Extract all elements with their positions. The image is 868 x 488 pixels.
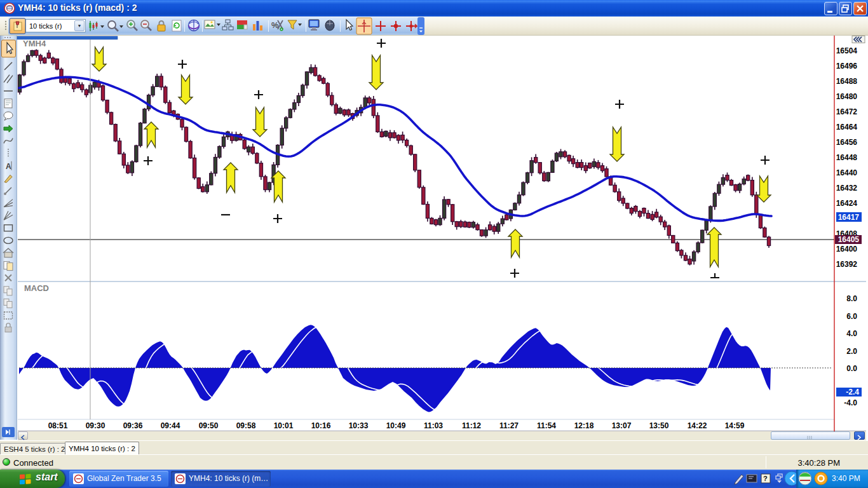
svg-text:6.0: 6.0 <box>846 312 857 321</box>
svg-text:09:58: 09:58 <box>236 421 256 430</box>
svg-text:13:50: 13:50 <box>649 421 669 430</box>
svg-text:16432: 16432 <box>836 184 858 193</box>
svg-text:-4.0: -4.0 <box>844 398 857 407</box>
svg-text:12:18: 12:18 <box>574 421 594 430</box>
svg-text:0.0: 0.0 <box>846 364 857 373</box>
svg-text:09:30: 09:30 <box>86 421 105 430</box>
svg-text:16440: 16440 <box>836 168 858 177</box>
svg-text:16417: 16417 <box>838 213 860 222</box>
svg-text:14:22: 14:22 <box>688 421 707 430</box>
svg-text:10:01: 10:01 <box>274 421 294 430</box>
svg-text:09:36: 09:36 <box>123 421 143 430</box>
svg-text:14:59: 14:59 <box>725 421 745 430</box>
svg-text:16405: 16405 <box>838 235 860 244</box>
svg-text:16456: 16456 <box>836 138 858 147</box>
svg-text:08:51: 08:51 <box>48 421 68 430</box>
svg-text:11:27: 11:27 <box>499 421 519 430</box>
svg-text:16488: 16488 <box>836 77 858 86</box>
svg-text:2.0: 2.0 <box>846 347 857 356</box>
svg-text:16480: 16480 <box>836 92 858 101</box>
svg-text:16504: 16504 <box>836 46 858 55</box>
svg-text:16424: 16424 <box>836 199 858 208</box>
svg-text:16464: 16464 <box>836 123 858 132</box>
svg-text:YMH4: YMH4 <box>23 39 46 48</box>
svg-text:11:54: 11:54 <box>537 421 556 430</box>
svg-text:16496: 16496 <box>836 62 858 71</box>
svg-text:11:12: 11:12 <box>462 421 481 430</box>
svg-text:13:07: 13:07 <box>612 421 632 430</box>
svg-text:?: ? <box>763 475 768 482</box>
svg-text:16448: 16448 <box>836 153 858 162</box>
svg-text:09:44: 09:44 <box>161 421 180 430</box>
svg-text:16400: 16400 <box>836 245 858 254</box>
svg-text:10:49: 10:49 <box>386 421 406 430</box>
svg-text:16392: 16392 <box>836 260 858 269</box>
svg-text:10:16: 10:16 <box>311 421 331 430</box>
svg-text:4.0: 4.0 <box>846 329 857 338</box>
svg-text:8.0: 8.0 <box>846 294 857 303</box>
svg-text:MACD: MACD <box>24 283 49 293</box>
svg-text:09:50: 09:50 <box>199 421 219 430</box>
svg-text:-2.4: -2.4 <box>846 388 859 396</box>
svg-text:16472: 16472 <box>836 107 858 116</box>
svg-text:11:03: 11:03 <box>424 421 443 430</box>
svg-text:10:33: 10:33 <box>349 421 369 430</box>
